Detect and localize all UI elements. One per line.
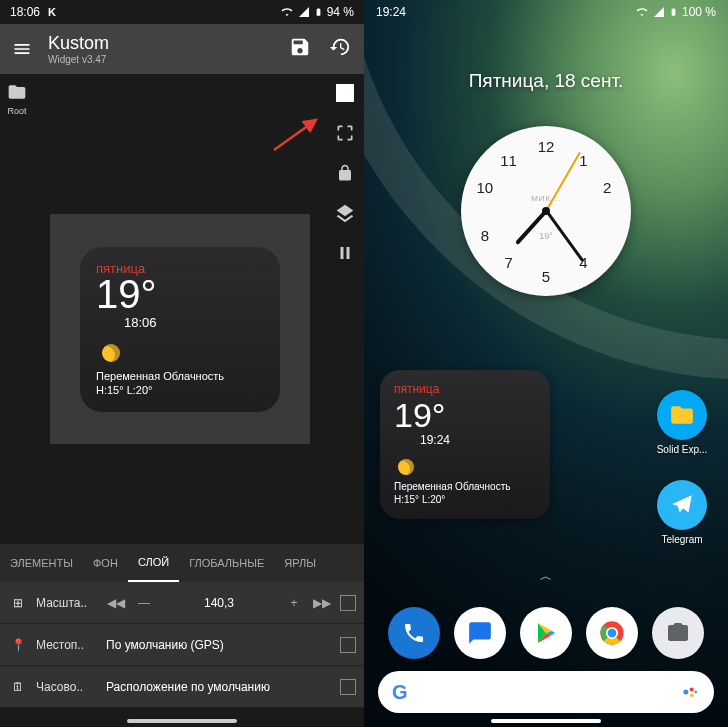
svg-point-8 (695, 691, 698, 694)
dock-camera[interactable] (652, 607, 704, 659)
clock-brand: МИК... (531, 194, 561, 203)
shape-tool[interactable] (334, 82, 356, 104)
gesture-bar-right[interactable] (491, 719, 601, 723)
lock-icon (336, 164, 354, 182)
folder-icon[interactable] (7, 82, 27, 102)
rewind-icon[interactable]: ◀◀ (106, 596, 126, 610)
widget-preview[interactable]: пятница 19° 18:06 Переменная Облачность … (80, 247, 280, 412)
tab-layer[interactable]: СЛОЙ (128, 544, 179, 582)
prop-scale[interactable]: ⊞ Масшта.. ◀◀ — 140,3 + ▶▶ (0, 582, 364, 624)
history-button[interactable] (328, 36, 352, 62)
app-telegram[interactable]: Telegram (656, 480, 708, 545)
pause-tool[interactable] (334, 242, 356, 264)
clock-temp: 19° (539, 231, 553, 241)
prop-timezone[interactable]: 🗓 Часово.. Расположение по умолчанию (0, 666, 364, 708)
prop-location-checkbox[interactable] (340, 637, 356, 653)
camera-icon (666, 621, 690, 645)
play-icon (534, 621, 558, 645)
prop-tz-value: Расположение по умолчанию (106, 680, 332, 694)
app-solid-label: Solid Exp... (656, 444, 708, 455)
pointer-arrow (266, 114, 326, 154)
widget-time: 18:06 (124, 315, 264, 330)
statusbar-battery-pct: 94 % (327, 5, 354, 19)
battery-icon (314, 5, 323, 19)
statusbar-k-badge: K (48, 6, 56, 18)
second-hand (545, 152, 580, 212)
save-icon (289, 36, 311, 58)
pause-icon (336, 244, 354, 262)
widget-temp: 19° (96, 272, 264, 317)
prop-scale-value: 140,3 (162, 596, 276, 610)
assistant-icon[interactable] (680, 682, 700, 702)
prop-scale-checkbox[interactable] (340, 595, 356, 611)
gesture-bar-left[interactable] (127, 719, 237, 723)
save-button[interactable] (288, 36, 312, 62)
widget-condition: Переменная Облачность (96, 370, 264, 382)
date-header[interactable]: Пятница, 18 сент. (364, 70, 728, 92)
left-rail: Root (0, 74, 34, 544)
dock-chrome[interactable] (586, 607, 638, 659)
app-telegram-label: Telegram (656, 534, 708, 545)
prop-tz-checkbox[interactable] (340, 679, 356, 695)
google-search-bar[interactable]: G (378, 671, 714, 713)
telegram-icon (669, 492, 695, 518)
clock-7: 7 (504, 254, 512, 271)
scale-icon: ⊞ (8, 596, 28, 610)
folder-icon (669, 402, 695, 428)
tab-background[interactable]: ФОН (83, 544, 128, 582)
tab-globals[interactable]: ГЛОБАЛЬНЫЕ (179, 544, 274, 582)
prop-location[interactable]: 📍 Местоп.. По умолчанию (GPS) (0, 624, 364, 666)
dock (364, 607, 728, 659)
phone-icon (402, 621, 426, 645)
svg-point-7 (690, 694, 693, 697)
tabs: ЭЛЕМЕНТЫ ФОН СЛОЙ ГЛОБАЛЬНЫЕ ЯРЛЫ (0, 544, 364, 582)
forward-icon[interactable]: ▶▶ (312, 596, 332, 610)
google-g-icon: G (392, 681, 408, 704)
minus-icon[interactable]: — (134, 596, 154, 610)
dock-phone[interactable] (388, 607, 440, 659)
dock-play-store[interactable] (520, 607, 572, 659)
hs-widget-day: пятница (394, 382, 536, 396)
app-solid-explorer[interactable]: Solid Exp... (656, 390, 708, 455)
appbar-subtitle: Widget v3.47 (48, 54, 272, 65)
chrome-icon (598, 619, 626, 647)
lock-tool[interactable] (334, 162, 356, 184)
canvas-area[interactable]: пятница 19° 18:06 Переменная Облачность … (34, 74, 326, 544)
prop-scale-label: Масшта.. (36, 596, 98, 610)
statusbar-battery-right: 100 % (682, 5, 716, 19)
layers-icon (335, 203, 355, 223)
widget-highlow: H:15° L:20° (96, 384, 264, 396)
clock-2: 2 (603, 179, 611, 196)
fullscreen-tool[interactable] (334, 122, 356, 144)
tab-elements[interactable]: ЭЛЕМЕНТЫ (0, 544, 83, 582)
svg-line-0 (274, 120, 316, 150)
statusbar-right: 19:24 100 % (364, 0, 728, 24)
plus-icon[interactable]: + (284, 596, 304, 610)
svg-point-5 (683, 690, 688, 695)
layers-tool[interactable] (334, 202, 356, 224)
prop-tz-label: Часово.. (36, 680, 98, 694)
clock-8: 8 (481, 226, 489, 243)
menu-icon[interactable] (12, 39, 32, 59)
clock-12: 12 (538, 138, 555, 155)
homescreen[interactable]: 19:24 100 % Пятница, 18 сент. 12 1 2 4 5… (364, 0, 728, 727)
hs-widget-temp: 19° (394, 396, 536, 435)
moon-icon (398, 459, 414, 475)
app-drawer-caret[interactable]: ︿ (540, 568, 552, 585)
statusbar-left: 18:06 K 94 % (0, 0, 364, 24)
svg-point-6 (690, 687, 694, 691)
dock-messages[interactable] (454, 607, 506, 659)
appbar: Kustom Widget v3.47 (0, 24, 364, 74)
appbar-title-area: Kustom Widget v3.47 (48, 33, 272, 65)
right-rail (326, 74, 364, 544)
analog-clock-widget[interactable]: 12 1 2 4 5 7 8 10 11 МИК... 19° (461, 126, 631, 296)
svg-point-4 (607, 628, 618, 639)
root-label[interactable]: Root (7, 106, 26, 116)
weather-widget[interactable]: пятница 19° 19:24 Переменная Облачность … (380, 370, 550, 519)
clock-pin (542, 207, 550, 215)
clock-1: 1 (579, 152, 587, 169)
tab-shortcuts[interactable]: ЯРЛЫ (274, 544, 326, 582)
prop-location-label: Местоп.. (36, 638, 98, 652)
hs-widget-condition: Переменная Облачность (394, 481, 536, 492)
clock-5: 5 (542, 267, 550, 284)
